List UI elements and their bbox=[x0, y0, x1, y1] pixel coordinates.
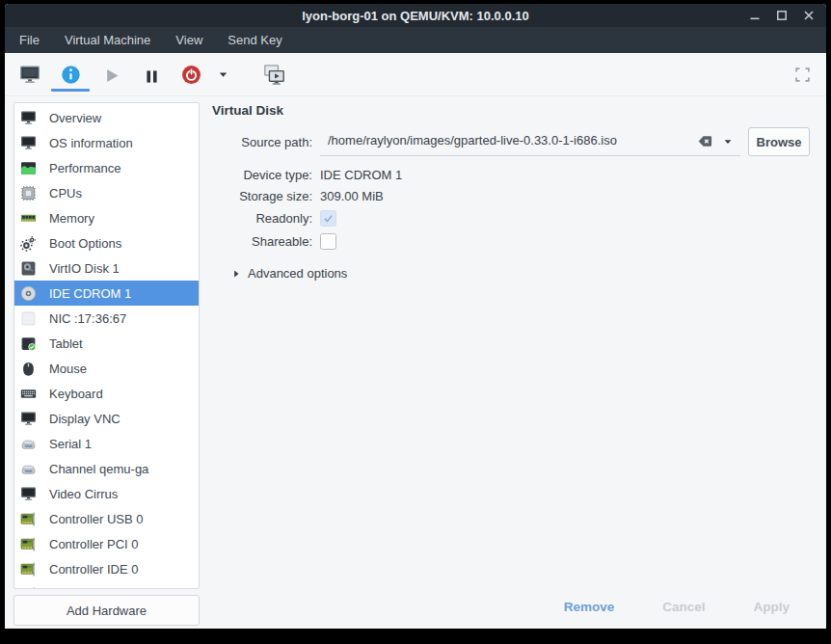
sidebar-item-ide-cdrom-1[interactable]: IDE CDROM 1 bbox=[14, 281, 199, 306]
advanced-options-label: Advanced options bbox=[248, 266, 347, 281]
sidebar-item-os-information[interactable]: OS information bbox=[14, 130, 199, 155]
menu-view[interactable]: View bbox=[163, 27, 215, 53]
browse-button[interactable]: Browse bbox=[748, 127, 810, 156]
shutdown-button[interactable] bbox=[171, 56, 211, 93]
sidebar-item-virtio-disk-1[interactable]: VirtIO Disk 1 bbox=[14, 255, 199, 281]
source-path-input[interactable] bbox=[320, 133, 697, 149]
pci-card-icon bbox=[20, 586, 37, 590]
combo-caret-icon[interactable] bbox=[722, 136, 734, 148]
vm-details-button[interactable] bbox=[49, 56, 92, 93]
sidebar-item-partial[interactable] bbox=[14, 581, 199, 589]
titlebar: lyon-borg-01 on QEMU/KVM: 10.0.0.10 bbox=[5, 4, 826, 27]
monitor-icon bbox=[20, 486, 37, 502]
window-title: lyon-borg-01 on QEMU/KVM: 10.0.0.10 bbox=[302, 9, 529, 23]
pci-card-icon bbox=[20, 511, 37, 527]
displays-button[interactable] bbox=[254, 56, 294, 93]
fullscreen-icon bbox=[794, 67, 811, 83]
hardware-list: Overview OS information Performance CPUs… bbox=[13, 102, 200, 589]
caret-down-icon bbox=[217, 68, 229, 81]
shareable-checkbox[interactable] bbox=[320, 233, 336, 250]
pause-button[interactable] bbox=[132, 56, 171, 93]
cdrom-disc-icon bbox=[20, 285, 37, 302]
serial-port-icon bbox=[20, 436, 37, 452]
sidebar-item-label: VirtIO Disk 1 bbox=[49, 261, 120, 276]
hard-disk-icon bbox=[20, 260, 37, 277]
storage-size-label: Storage size: bbox=[212, 189, 312, 203]
menu-send-key[interactable]: Send Key bbox=[215, 27, 294, 53]
pci-card-icon bbox=[20, 536, 37, 552]
source-path-entry bbox=[320, 127, 740, 156]
clear-entry-icon[interactable] bbox=[697, 133, 713, 149]
fullscreen-button[interactable] bbox=[794, 53, 811, 95]
readonly-label: Readonly: bbox=[212, 211, 312, 226]
sidebar-item-boot-options[interactable]: Boot Options bbox=[14, 230, 199, 255]
sidebar-item-mouse[interactable]: Mouse bbox=[14, 356, 199, 381]
mouse-icon bbox=[20, 361, 37, 377]
shareable-label: Shareable: bbox=[212, 234, 312, 249]
keyboard-icon bbox=[20, 386, 37, 402]
device-type-row: Device type: IDE CDROM 1 bbox=[212, 166, 826, 183]
run-button[interactable] bbox=[92, 56, 132, 93]
virt-manager-window: lyon-borg-01 on QEMU/KVM: 10.0.0.10 File… bbox=[5, 4, 826, 629]
sidebar-item-controller-usb-0[interactable]: Controller USB 0 bbox=[14, 506, 199, 531]
sidebar-item-display-vnc[interactable]: Display VNC bbox=[14, 406, 199, 431]
monitor-icon bbox=[20, 411, 37, 427]
action-bar: Remove Cancel Apply bbox=[200, 584, 826, 629]
sidebar-item-controller-ide-0[interactable]: Controller IDE 0 bbox=[14, 556, 199, 581]
console-monitor-icon bbox=[19, 64, 40, 85]
menu-virtual-machine[interactable]: Virtual Machine bbox=[52, 27, 163, 53]
shutdown-menu-button[interactable] bbox=[211, 56, 234, 93]
sidebar-item-label: Controller IDE 0 bbox=[49, 562, 138, 577]
info-icon bbox=[61, 65, 81, 85]
monitor-icon bbox=[20, 135, 37, 151]
virtual-disk-panel: Virtual Disk Source path: Browse Device … bbox=[200, 96, 826, 584]
sidebar-item-performance[interactable]: Performance bbox=[14, 155, 199, 180]
sidebar-item-label: Mouse bbox=[49, 362, 87, 376]
toolbar bbox=[5, 53, 826, 96]
sidebar-item-label: OS information bbox=[49, 136, 133, 150]
vm-console-button[interactable] bbox=[11, 56, 49, 93]
sidebar-item-controller-pci-0[interactable]: Controller PCI 0 bbox=[14, 531, 199, 556]
sidebar-item-keyboard[interactable]: Keyboard bbox=[14, 381, 199, 406]
source-path-label: Source path: bbox=[212, 135, 312, 149]
sidebar-item-label: Controller USB 0 bbox=[49, 512, 144, 526]
sidebar-item-memory[interactable]: Memory bbox=[14, 205, 199, 230]
shareable-row: Shareable: bbox=[212, 231, 826, 251]
sidebar-item-overview[interactable]: Overview bbox=[14, 105, 199, 130]
sidebar-item-cpus[interactable]: CPUs bbox=[14, 180, 199, 205]
network-card-icon bbox=[20, 310, 37, 327]
serial-port-icon bbox=[20, 461, 37, 477]
monitor-icon bbox=[20, 110, 37, 126]
device-type-value: IDE CDROM 1 bbox=[320, 168, 402, 182]
sidebar-item-tablet[interactable]: Tablet bbox=[14, 331, 199, 356]
readonly-row: Readonly: bbox=[212, 208, 826, 228]
expander-arrow-icon bbox=[231, 269, 241, 279]
sidebar-item-video-cirrus[interactable]: Video Cirrus bbox=[14, 481, 199, 506]
sidebar-item-label: Memory bbox=[49, 211, 94, 226]
sidebar-item-label: Keyboard bbox=[49, 387, 103, 401]
panel-heading: Virtual Disk bbox=[212, 103, 826, 118]
readonly-checkbox bbox=[320, 210, 336, 227]
sidebar-item-channel-qemu-ga[interactable]: Channel qemu-ga bbox=[14, 456, 199, 481]
add-hardware-button[interactable]: Add Hardware bbox=[13, 595, 200, 626]
storage-size-value: 309.00 MiB bbox=[320, 189, 384, 203]
sidebar-item-label: IDE CDROM 1 bbox=[49, 286, 131, 301]
close-icon[interactable] bbox=[803, 10, 815, 21]
device-type-label: Device type: bbox=[212, 168, 312, 182]
source-path-row: Source path: Browse bbox=[212, 127, 826, 156]
performance-chart-icon bbox=[20, 160, 37, 176]
sidebar-item-label: Performance bbox=[49, 161, 121, 175]
remove-button[interactable]: Remove bbox=[564, 600, 615, 614]
advanced-options-expander[interactable]: Advanced options bbox=[231, 266, 826, 281]
sidebar-item-serial-1[interactable]: Serial 1 bbox=[14, 431, 199, 456]
pause-icon bbox=[144, 67, 160, 83]
sidebar-item-nic-17-36-67[interactable]: NIC :17:36:67 bbox=[14, 306, 199, 331]
menu-file[interactable]: File bbox=[7, 27, 52, 53]
sidebar-item-label: CPUs bbox=[49, 186, 82, 201]
pci-card-icon bbox=[20, 561, 37, 577]
maximize-icon[interactable] bbox=[776, 10, 788, 21]
minimize-icon[interactable] bbox=[749, 10, 761, 21]
sidebar-item-label: Overview bbox=[49, 111, 101, 125]
sidebar-item-label: Boot Options bbox=[49, 236, 121, 251]
apply-button: Apply bbox=[753, 600, 790, 614]
